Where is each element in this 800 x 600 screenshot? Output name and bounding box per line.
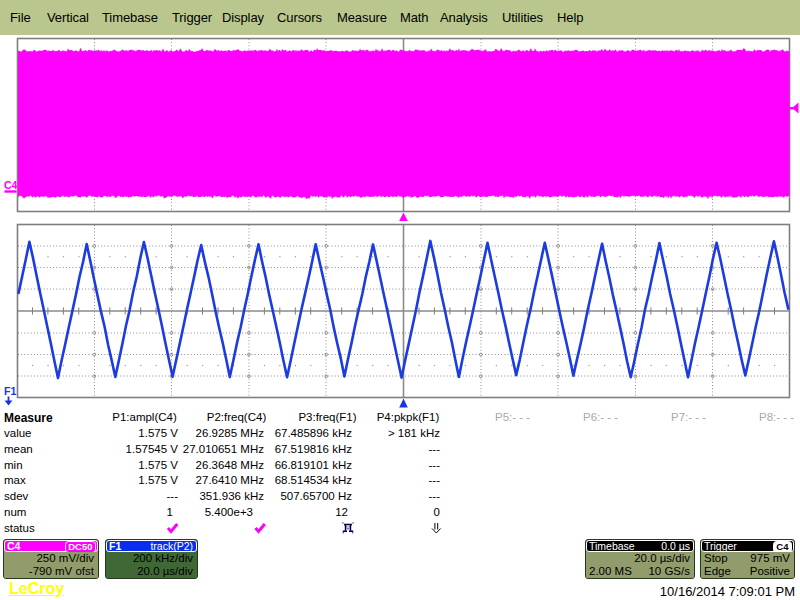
svg-text:F1: F1: [4, 385, 16, 397]
svg-text:C4: C4: [4, 179, 18, 191]
